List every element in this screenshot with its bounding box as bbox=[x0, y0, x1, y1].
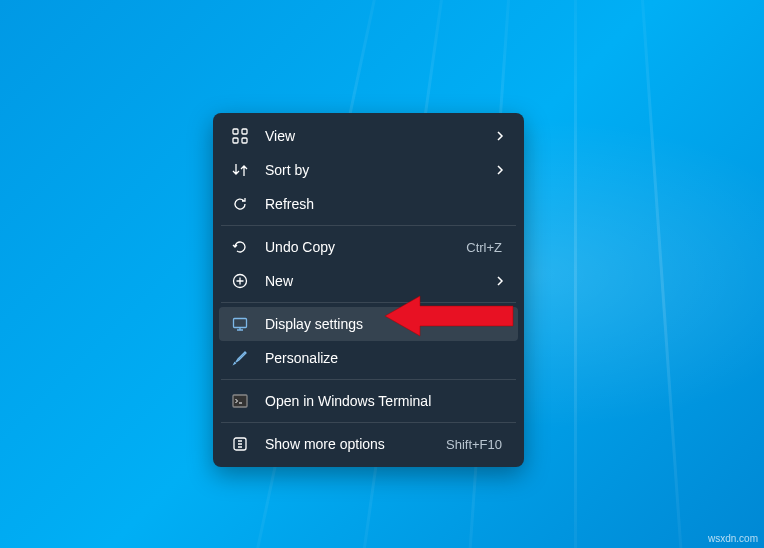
menu-item-open-terminal[interactable]: Open in Windows Terminal bbox=[219, 384, 518, 418]
menu-item-refresh[interactable]: Refresh bbox=[219, 187, 518, 221]
menu-item-display-settings[interactable]: Display settings bbox=[219, 307, 518, 341]
chevron-right-icon bbox=[494, 275, 506, 287]
svg-rect-0 bbox=[233, 129, 238, 134]
menu-item-new[interactable]: New bbox=[219, 264, 518, 298]
menu-label: Open in Windows Terminal bbox=[265, 393, 506, 409]
plus-circle-icon bbox=[231, 272, 249, 290]
menu-shortcut: Ctrl+Z bbox=[466, 240, 502, 255]
menu-label: New bbox=[265, 273, 494, 289]
svg-rect-3 bbox=[242, 138, 247, 143]
undo-icon bbox=[231, 238, 249, 256]
refresh-icon bbox=[231, 195, 249, 213]
terminal-icon bbox=[231, 392, 249, 410]
menu-separator bbox=[221, 422, 516, 423]
watermark-text: wsxdn.com bbox=[708, 533, 758, 544]
menu-label: Show more options bbox=[265, 436, 446, 452]
menu-separator bbox=[221, 379, 516, 380]
menu-label: Undo Copy bbox=[265, 239, 466, 255]
menu-shortcut: Shift+F10 bbox=[446, 437, 502, 452]
desktop-context-menu: View Sort by Refresh Undo Copy Ctrl+Z Ne… bbox=[213, 113, 524, 467]
more-options-icon bbox=[231, 435, 249, 453]
menu-item-show-more-options[interactable]: Show more options Shift+F10 bbox=[219, 427, 518, 461]
display-icon bbox=[231, 315, 249, 333]
svg-rect-6 bbox=[233, 395, 247, 407]
menu-item-view[interactable]: View bbox=[219, 119, 518, 153]
svg-rect-2 bbox=[233, 138, 238, 143]
menu-separator bbox=[221, 225, 516, 226]
grid-icon bbox=[231, 127, 249, 145]
svg-rect-1 bbox=[242, 129, 247, 134]
sort-icon bbox=[231, 161, 249, 179]
menu-label: Personalize bbox=[265, 350, 506, 366]
menu-item-personalize[interactable]: Personalize bbox=[219, 341, 518, 375]
menu-label: View bbox=[265, 128, 494, 144]
brush-icon bbox=[231, 349, 249, 367]
menu-item-sort-by[interactable]: Sort by bbox=[219, 153, 518, 187]
menu-label: Refresh bbox=[265, 196, 506, 212]
menu-label: Sort by bbox=[265, 162, 494, 178]
svg-rect-5 bbox=[234, 319, 247, 328]
chevron-right-icon bbox=[494, 130, 506, 142]
menu-item-undo-copy[interactable]: Undo Copy Ctrl+Z bbox=[219, 230, 518, 264]
menu-label: Display settings bbox=[265, 316, 506, 332]
menu-separator bbox=[221, 302, 516, 303]
chevron-right-icon bbox=[494, 164, 506, 176]
